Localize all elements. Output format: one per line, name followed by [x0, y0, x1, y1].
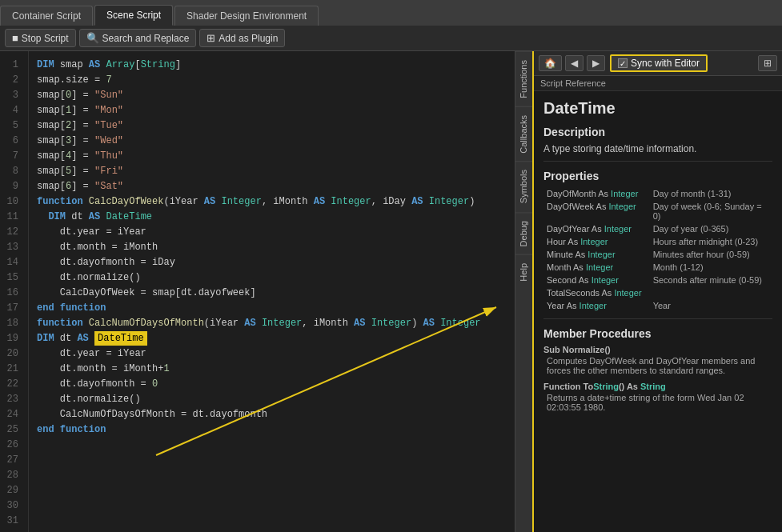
code-line-28: dt.dayofmonth = 0 [37, 377, 507, 392]
content-wrapper: 12345 678910 1112131415 1617181920 21222… [0, 51, 782, 532]
tab-scene-script[interactable]: Scene Script [94, 5, 173, 26]
prop-name: Second As Integer [543, 274, 645, 286]
code-line-29: dt.normalize() [37, 392, 507, 407]
sidebar-tab-debug[interactable]: Debug [515, 212, 532, 254]
code-line-27: dt.month = iMonth+1 [37, 362, 507, 377]
editor-area: 12345 678910 1112131415 1617181920 21222… [0, 51, 515, 532]
prop-name: DayOfMonth As Integer [543, 187, 645, 200]
property-row: DayOfMonth As IntegerDay of month (1-31) [543, 187, 772, 200]
ref-divider-2 [543, 318, 772, 319]
prop-name: TotalSeconds As Integer [543, 286, 645, 299]
tab-shader-design[interactable]: Shader Design Environment [174, 6, 319, 26]
add-plugin-button[interactable]: ⊞ Add as Plugin [199, 29, 285, 47]
member-entry: Function ToString() As StringReturns a d… [543, 382, 772, 412]
code-line-8: smap[3] = "Wed" [37, 134, 507, 149]
prop-name: DayOfWeek As Integer [543, 200, 645, 222]
reference-panel: 🏠 ◀ ▶ ✓ Sync with Editor ⊞ Script Refere… [532, 51, 782, 532]
ref-title: DateTime [543, 99, 772, 118]
member-desc: Computes DayOfWeek and DayOfYear members… [543, 356, 772, 375]
property-row: Minute As IntegerMinutes after hour (0-5… [543, 248, 772, 261]
property-row: Hour As IntegerHours after midnight (0-2… [543, 235, 772, 248]
prop-name: Year As Integer [543, 299, 645, 312]
tab-container-script[interactable]: Container Script [0, 6, 93, 26]
tab-bar: Container Script Scene Script Shader Des… [0, 0, 782, 26]
ref-toolbar: 🏠 ◀ ▶ ✓ Sync with Editor ⊞ [534, 51, 782, 76]
code-line-11: smap[6] = "Sat" [37, 179, 507, 194]
ref-back-button[interactable]: ◀ [565, 55, 583, 71]
prop-name: Hour As Integer [543, 235, 645, 248]
toolbar: ■ Stop Script 🔍 Search and Replace ⊞ Add… [0, 26, 782, 51]
prop-desc: Day of year (0-365) [645, 222, 772, 235]
property-row: Year As IntegerYear [543, 299, 772, 312]
prop-desc: Hours after midnight (0-23) [645, 235, 772, 248]
sync-label: Sync with Editor [631, 58, 700, 69]
sidebar-tab-symbols[interactable]: Symbols [515, 161, 532, 211]
line-numbers: 12345 678910 1112131415 1617181920 21222… [0, 51, 29, 532]
code-content: 12345 678910 1112131415 1617181920 21222… [0, 51, 515, 532]
code-line-16: dt.year = iYear [37, 225, 507, 240]
sync-checkbox: ✓ [618, 58, 628, 68]
ref-properties-table: DayOfMonth As IntegerDay of month (1-31)… [543, 187, 772, 312]
code-line-15: DIM dt AS DateTime [37, 210, 507, 225]
prop-name: Minute As Integer [543, 248, 645, 261]
code-line-18: dt.dayofmonth = iDay [37, 255, 507, 270]
search-icon: 🔍 [86, 32, 99, 44]
sync-with-editor-button[interactable]: ✓ Sync with Editor [610, 54, 708, 72]
property-row: TotalSeconds As Integer [543, 286, 772, 299]
member-sig: Function ToString() As String [543, 382, 772, 391]
prop-desc: Day of month (1-31) [645, 187, 772, 200]
ref-properties-title: Properties [543, 170, 772, 182]
sidebar-tab-help[interactable]: Help [515, 254, 532, 290]
ref-description: A type storing date/time information. [543, 143, 772, 154]
ref-content[interactable]: DateTime Description A type storing date… [534, 91, 782, 532]
stop-icon: ■ [12, 32, 18, 44]
code-line-30: CalcNumOfDaysOfMonth = dt.dayofmonth [37, 407, 507, 422]
property-row: Month As IntegerMonth (1-12) [543, 261, 772, 274]
ref-description-title: Description [543, 126, 772, 138]
code-line-9: smap[4] = "Thu" [37, 149, 507, 164]
ref-expand-button[interactable]: ⊞ [758, 55, 777, 71]
prop-desc: Year [645, 299, 772, 312]
add-plugin-label: Add as Plugin [219, 33, 278, 44]
code-line-19: dt.normalize() [37, 270, 507, 286]
prop-desc [645, 286, 772, 299]
prop-name: Month As Integer [543, 261, 645, 274]
stop-script-button[interactable]: ■ Stop Script [5, 29, 76, 47]
script-reference-label: Script Reference [534, 76, 782, 91]
code-line-13: function CalcDayOfWeek(iYear AS Integer,… [37, 194, 507, 210]
code-line-7: smap[2] = "Tue" [37, 118, 507, 134]
prop-desc: Minutes after hour (0-59) [645, 248, 772, 261]
prop-desc: Day of week (0-6; Sunday = 0) [645, 200, 772, 222]
property-row: DayOfYear As IntegerDay of year (0-365) [543, 222, 772, 235]
prop-desc: Month (1-12) [645, 261, 772, 274]
code-line-4: smap.size = 7 [37, 73, 507, 88]
member-entry: Sub Normalize()Computes DayOfWeek and Da… [543, 345, 772, 375]
highlighted-datetime: DateTime [94, 331, 147, 346]
code-line-10: smap[5] = "Fri" [37, 164, 507, 179]
ref-home-button[interactable]: 🏠 [539, 55, 562, 71]
property-row: DayOfWeek As IntegerDay of week (0-6; Su… [543, 200, 772, 222]
sidebar-tabs: Functions Callbacks Symbols Debug Help [515, 51, 532, 532]
code-line-2: DIM smap AS Array[String] [37, 58, 507, 73]
member-desc: Returns a date+time string of the form W… [543, 393, 772, 412]
ref-divider-1 [543, 161, 772, 162]
code-line-17: dt.month = iMonth [37, 240, 507, 255]
prop-name: DayOfYear As Integer [543, 222, 645, 235]
search-replace-button[interactable]: 🔍 Search and Replace [79, 29, 197, 47]
code-line-6: smap[1] = "Mon" [37, 103, 507, 118]
sidebar-tab-functions[interactable]: Functions [515, 51, 532, 106]
code-line-21: CalcDayOfWeek = smap[dt.dayofweek] [37, 286, 507, 301]
search-replace-label: Search and Replace [102, 33, 190, 44]
code-line-31: end function [37, 422, 507, 438]
property-row: Second As IntegerSeconds after minute (0… [543, 274, 772, 286]
plugin-icon: ⊞ [207, 32, 215, 44]
code-line-22: end function [37, 301, 507, 316]
sidebar-tab-callbacks[interactable]: Callbacks [515, 106, 532, 162]
code-line-25: DIM dt AS DateTime [37, 331, 507, 346]
member-sig: Sub Normalize() [543, 345, 772, 354]
code-editor[interactable]: DIM smap AS Array[String] smap.size = 7 … [29, 51, 515, 532]
code-line-26: dt.year = iYear [37, 346, 507, 362]
code-line-24: function CalcNumOfDaysOfMonth(iYear AS I… [37, 316, 507, 331]
ref-forward-button[interactable]: ▶ [587, 55, 605, 71]
code-line-5: smap[0] = "Sun" [37, 88, 507, 103]
